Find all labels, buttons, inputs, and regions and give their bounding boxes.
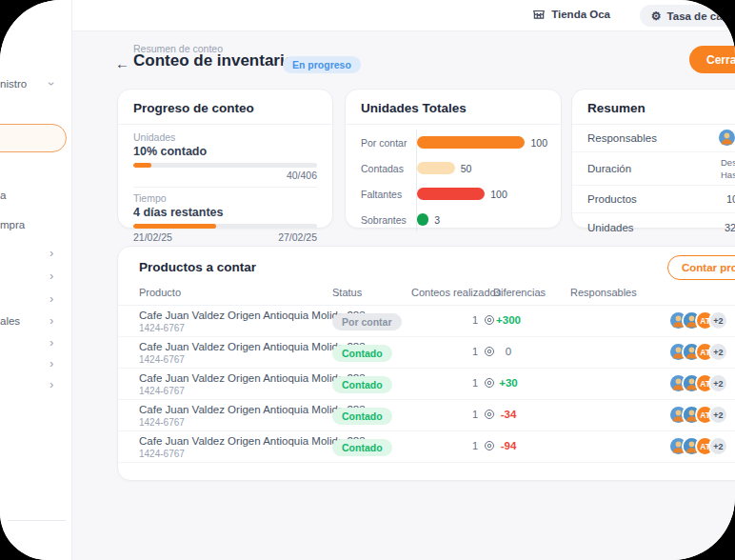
- count-value: 1: [472, 409, 478, 420]
- products-card: Productos a contar Contar productos Prod…: [117, 246, 735, 481]
- product-sku: 1424-6767: [139, 417, 185, 428]
- chevron-down-icon: ›: [47, 82, 56, 86]
- bar-label: Por contar: [361, 137, 416, 149]
- bar-label: Sobrantes: [361, 214, 416, 226]
- summary-card: Resumen Responsables Duración Desde Hast…: [571, 89, 735, 229]
- row-responsables-avatars[interactable]: AT +2: [668, 373, 728, 393]
- chevron-right-icon[interactable]: ›: [50, 338, 53, 348]
- chevron-right-icon[interactable]: ›: [50, 316, 53, 326]
- table-row[interactable]: Cafe Juan Valdez Origen Antioquia Molido…: [118, 337, 735, 369]
- status-pill: Contado: [332, 345, 392, 362]
- time-label: Tiempo: [133, 192, 317, 204]
- store-icon: [532, 8, 546, 21]
- store-selector-button[interactable]: Tienda Oca: [528, 6, 614, 23]
- sidebar-item-label: ales: [0, 315, 20, 327]
- table-row[interactable]: Cafe Juan Valdez Origen Antioquia Molido…: [118, 306, 735, 337]
- duracion-from: Desde: [721, 156, 735, 169]
- bar-value: 100: [530, 137, 547, 149]
- sidebar-divider: [8, 520, 66, 521]
- bar-row-sobrantes: Sobrantes 3: [346, 207, 561, 232]
- time-remaining-value: 4 días restantes: [133, 206, 317, 219]
- chevron-right-icon[interactable]: ›: [50, 249, 53, 258]
- sidebar-item-a[interactable]: a: [0, 190, 6, 201]
- date-end: 27/02/25: [278, 231, 317, 243]
- table-row[interactable]: Cafe Juan Valdez Origen Antioquia Molido…: [118, 369, 735, 400]
- sidebar-item-compra[interactable]: mpra: [0, 219, 25, 230]
- table-row[interactable]: Cafe Juan Valdez Origen Antioquia Molido…: [118, 431, 735, 463]
- chevron-right-icon[interactable]: ›: [50, 380, 53, 390]
- sidebar-item-ales[interactable]: ales: [0, 315, 20, 327]
- summary-card-title: Resumen: [572, 90, 735, 125]
- chevron-right-icon[interactable]: ›: [50, 271, 53, 281]
- bar-sobrantes: [417, 213, 428, 226]
- status-pill: Por contar: [332, 313, 402, 330]
- units-progress-track: [133, 163, 317, 168]
- count-value: 1: [472, 377, 478, 389]
- units-totals-card: Unidades Totales Por contar 100 Contadas…: [345, 89, 562, 229]
- product-sku: 1424-6767: [139, 354, 185, 365]
- bar-por-contar: [417, 136, 525, 149]
- divider: [133, 187, 317, 188]
- progress-card-title: Progreso de conteo: [118, 90, 332, 125]
- bar-contadas: [417, 162, 455, 174]
- duracion-value: Desde Hasta: [721, 156, 735, 181]
- summary-row-duracion: Duración Desde Hasta: [572, 152, 735, 186]
- count-products-button[interactable]: Contar productos: [667, 255, 735, 280]
- exchange-rate-button[interactable]: ⚙ Tasa de cambio: [640, 5, 735, 27]
- sidebar-item-label: a: [0, 190, 6, 201]
- sidebar-active-item[interactable]: [0, 124, 67, 152]
- product-sku: 1424-6767: [139, 386, 185, 396]
- sidebar: nistro › a mpra › › › ales › › › ›: [0, 0, 72, 560]
- products-card-title: Productos a contar: [139, 260, 256, 274]
- avatar-overflow-count: +2: [708, 405, 728, 425]
- app-window: nistro › a mpra › › › ales › › › › Tiend…: [0, 0, 735, 560]
- avatar-overflow-count: +2: [708, 373, 728, 393]
- status-pill: Contado: [332, 408, 392, 425]
- units-label: Unidades: [133, 131, 317, 143]
- summary-label: Unidades: [587, 222, 634, 233]
- units-totals-title: Unidades Totales: [346, 90, 561, 125]
- status-pill: Contado: [332, 376, 392, 393]
- row-responsables-avatars[interactable]: AT +2: [668, 436, 728, 456]
- close-count-button[interactable]: Cerrar conteo: [689, 46, 735, 73]
- gear-icon: ⚙: [651, 10, 662, 22]
- time-progress-track: [133, 224, 317, 229]
- chevron-right-icon[interactable]: ›: [50, 294, 53, 304]
- avatar-overflow-count: +2: [708, 436, 728, 456]
- column-header-responsables: Responsables: [570, 287, 637, 298]
- sidebar-item-label: nistro: [0, 78, 27, 90]
- unidades-value: 32: [725, 222, 735, 233]
- back-button[interactable]: ←: [115, 55, 129, 71]
- column-header-producto: Producto: [139, 287, 181, 298]
- row-responsables-avatars[interactable]: AT +2: [668, 310, 728, 330]
- difference-value: -34: [480, 409, 537, 420]
- chevron-right-icon[interactable]: ›: [50, 359, 53, 369]
- units-progress-value: 10% contado: [133, 145, 317, 158]
- responsables-avatars[interactable]: [717, 128, 735, 148]
- product-sku: 1424-6767: [139, 323, 185, 333]
- bar-row-faltantes: Faltantes 100: [346, 181, 561, 207]
- bar-faltantes: [417, 188, 485, 200]
- count-value: 1: [472, 314, 478, 326]
- summary-label: Duración: [587, 163, 631, 174]
- sidebar-item-suministro[interactable]: nistro: [0, 78, 27, 90]
- summary-label: Productos: [587, 193, 637, 205]
- column-header-conteos: Conteos realizados: [411, 287, 501, 298]
- topbar: Tienda Oca ⚙ Tasa de cambio: [72, 0, 735, 31]
- row-responsables-avatars[interactable]: AT +2: [668, 405, 728, 425]
- bar-label: Faltantes: [361, 189, 416, 200]
- difference-value: +30: [480, 377, 537, 389]
- avatar-overflow-count: +2: [708, 310, 728, 330]
- row-responsables-avatars[interactable]: AT +2: [668, 342, 728, 362]
- bar-value: 50: [461, 163, 472, 174]
- time-progress-fill: [133, 224, 216, 229]
- units-count: 40/406: [133, 170, 317, 181]
- table-body: Cafe Juan Valdez Origen Antioquia Molido…: [118, 306, 735, 463]
- summary-row-productos: Productos 10: [572, 186, 735, 213]
- page-title: Conteo de inventario.: [133, 51, 299, 70]
- count-value: 1: [472, 346, 478, 357]
- column-header-status: Status: [332, 287, 362, 298]
- avatar: [717, 128, 735, 148]
- summary-label: Responsables: [587, 132, 657, 144]
- table-row[interactable]: Cafe Juan Valdez Origen Antioquia Molido…: [118, 400, 735, 431]
